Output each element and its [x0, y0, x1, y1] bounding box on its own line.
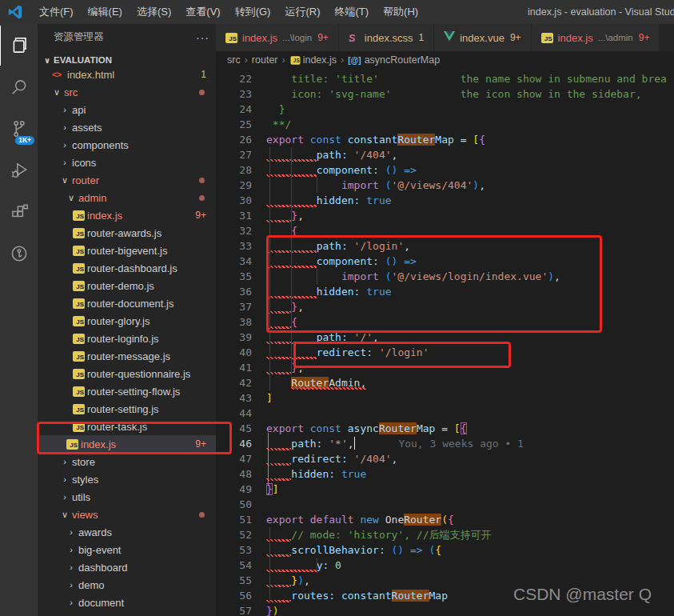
tree-folder-assets[interactable]: ›assets: [38, 118, 216, 136]
code-line: 32 {: [216, 223, 674, 238]
tree-file-router-setting-flow.js[interactable]: JSrouter-setting-flow.js: [38, 382, 216, 400]
code-line: 51export default new OneRouter({: [216, 512, 674, 527]
tree-file-router-setting.js[interactable]: JSrouter-setting.js: [38, 400, 216, 418]
line-number: 38: [216, 314, 266, 330]
tab-index.scss[interactable]: Sindex.scss1: [339, 24, 434, 51]
code-token: new: [360, 514, 378, 526]
tree-file-router-glory.js[interactable]: JSrouter-glory.js: [38, 312, 216, 330]
tree-folder-demo[interactable]: ›demo: [38, 576, 216, 594]
tree-folder-styles[interactable]: ›styles: [38, 470, 216, 488]
tree-file-router-demo.js[interactable]: JSrouter-demo.js: [38, 277, 216, 294]
workspace-section-header[interactable]: ∨ EVALUATION: [38, 50, 216, 70]
code-token: (): [392, 544, 405, 556]
line-number: 42: [216, 375, 266, 390]
menu-item[interactable]: 编辑(E): [81, 6, 130, 18]
code-token: [341, 134, 348, 146]
js-file-icon: JS: [66, 439, 78, 450]
tree-folder-glory[interactable]: ›glory: [38, 611, 216, 616]
chevron-down-icon: ∨: [60, 175, 70, 186]
remote-circle-icon[interactable]: [0, 234, 38, 274]
line-number: 49: [216, 482, 266, 497]
tree-folder-document[interactable]: ›document: [38, 594, 216, 611]
code-token: ,: [404, 240, 410, 252]
tree-folder-api[interactable]: ›api: [38, 101, 216, 118]
tree-item-label: router-glory.js: [87, 315, 150, 327]
tree-file-router-message.js[interactable]: JSrouter-message.js: [38, 347, 216, 365]
tree-file-index.html[interactable]: <>index.html1: [38, 70, 216, 83]
menu-item[interactable]: 选择(S): [130, 6, 178, 18]
code-token: true: [341, 468, 366, 480]
code-token: }: [291, 362, 297, 374]
chevron-right-icon: ›: [66, 598, 76, 607]
tree-file-index.js[interactable]: JSindex.js9+: [38, 206, 216, 224]
code-line-content: scrollBehavior: () => ({: [266, 544, 441, 556]
tree-file-router-loginfo.js[interactable]: JSrouter-loginfo.js: [38, 330, 216, 347]
code-editor[interactable]: 22 title: 'title' the name show in subme…: [216, 69, 674, 616]
bracket-pair-guide: [268, 433, 269, 485]
breadcrumb-item-asyncRouterMap[interactable]: asyncRouterMap: [365, 54, 441, 66]
code-token: '*': [329, 438, 347, 450]
code-line-content: export const constantRouterMap = [{: [266, 134, 485, 146]
tree-folder-icons[interactable]: ›icons: [38, 154, 216, 171]
menu-item[interactable]: 运行(R): [277, 6, 327, 18]
menu-item[interactable]: 转到(G): [228, 6, 278, 18]
breadcrumb-item-index.js[interactable]: index.js: [303, 54, 337, 66]
tree-file-router-questionnaire.js[interactable]: JSrouter-questionnaire.js: [38, 365, 216, 382]
tree-folder-src[interactable]: ∨src: [38, 83, 216, 101]
indent-guide: [269, 527, 270, 603]
tree-item-label: awards: [78, 526, 112, 538]
tree-folder-store[interactable]: ›store: [38, 453, 216, 470]
error-dot-badge: [199, 178, 205, 183]
code-token: (: [385, 179, 392, 191]
chevron-right-icon: ›: [66, 562, 76, 572]
menu-item[interactable]: 文件(F): [32, 6, 81, 18]
code-token: {: [291, 316, 297, 328]
code-token: **/: [266, 118, 291, 130]
tree-folder-admin[interactable]: ∨admin: [38, 189, 216, 206]
tree-item-label: router-dashboard.js: [87, 262, 177, 274]
tree-folder-dashboard[interactable]: ›dashboard: [38, 558, 216, 576]
extensions-icon[interactable]: [0, 192, 38, 232]
indent-guide: [317, 558, 317, 573]
tree-folder-components[interactable]: ›components: [38, 136, 216, 154]
code-line: 34 component: () =>: [216, 254, 674, 269]
tree-file-router-task.js[interactable]: JSrouter-task.js: [38, 418, 216, 435]
tree-folder-big-event[interactable]: ›big-event: [38, 541, 216, 558]
menu-item[interactable]: 终端(T): [327, 6, 376, 18]
tree-file-router-document.js[interactable]: JSrouter-document.js: [38, 294, 216, 312]
tab-index.js-0[interactable]: JSindex.js...\login9+: [216, 24, 339, 51]
code-token: [348, 149, 354, 161]
breadcrumb-item-src[interactable]: src: [227, 54, 241, 66]
tree-folder-views[interactable]: ∨views: [38, 506, 216, 523]
tree-folder-awards[interactable]: ›awards: [38, 523, 216, 541]
explorer-actions-icon[interactable]: ···: [196, 31, 209, 44]
code-token: component:: [317, 255, 379, 267]
tree-item-label: router-document.js: [87, 298, 173, 310]
search-icon[interactable]: [0, 67, 38, 107]
tree-folder-router[interactable]: ∨router: [38, 171, 216, 189]
code-token: [348, 331, 354, 343]
problems-badge: 9+: [195, 210, 206, 221]
tab-index.js-3[interactable]: JSindex.js...\admin9+: [532, 24, 660, 51]
code-token: ]: [273, 483, 279, 495]
indent-guide: [317, 178, 317, 193]
line-number: 40: [216, 345, 266, 360]
tree-file-router-bigevent.js[interactable]: JSrouter-bigevent.js: [38, 242, 216, 259]
menu-item[interactable]: 查看(V): [178, 6, 227, 18]
menu-item[interactable]: 帮助(H): [376, 6, 425, 18]
code-token: {: [448, 514, 454, 526]
tab-problems-badge: 9+: [639, 32, 650, 43]
run-debug-icon[interactable]: [0, 150, 38, 190]
tree-file-router-dashboard.js[interactable]: JSrouter-dashboard.js: [38, 259, 216, 277]
tree-file-router-awards.js[interactable]: JSrouter-awards.js: [38, 224, 216, 242]
breadcrumb-item-router[interactable]: router: [252, 54, 278, 66]
line-number: 52: [216, 527, 266, 542]
source-control-icon[interactable]: 1K+: [0, 109, 38, 149]
tree-item-label: icons: [72, 157, 96, 169]
code-token: [341, 422, 348, 434]
tab-index.vue[interactable]: index.vue9+: [434, 24, 531, 51]
tree-file-index.js[interactable]: JSindex.js9+: [38, 435, 216, 453]
tree-folder-utils[interactable]: ›utils: [38, 488, 216, 506]
explorer-icon[interactable]: [0, 26, 38, 66]
breadcrumb-separator-icon: ›: [341, 54, 344, 66]
